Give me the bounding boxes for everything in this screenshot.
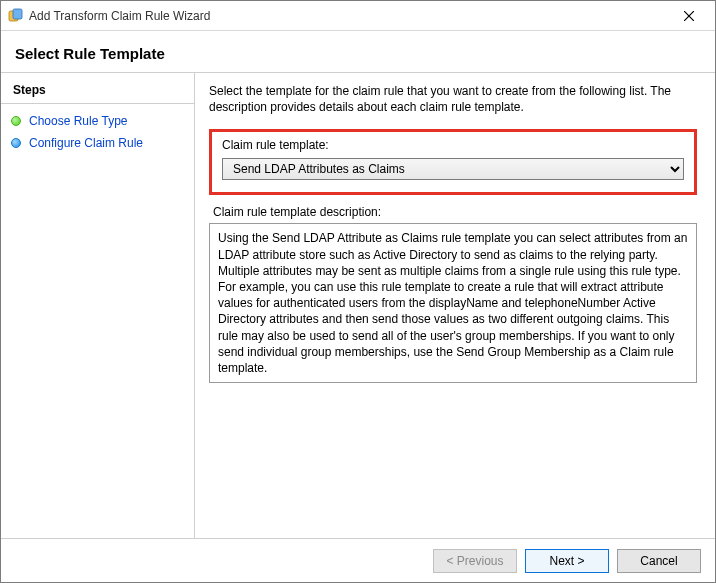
- wizard-window: Add Transform Claim Rule Wizard Select R…: [0, 0, 716, 583]
- previous-button: < Previous: [433, 549, 517, 573]
- template-highlight: Claim rule template: Send LDAP Attribute…: [209, 129, 697, 195]
- step-choose-rule-type[interactable]: Choose Rule Type: [1, 110, 194, 132]
- template-label: Claim rule template:: [222, 138, 684, 152]
- template-description: Using the Send LDAP Attribute as Claims …: [209, 223, 697, 383]
- step-current-icon: [11, 138, 21, 148]
- claim-rule-template-select[interactable]: Send LDAP Attributes as Claims: [222, 158, 684, 180]
- steps-header: Steps: [1, 83, 194, 104]
- page-header: Select Rule Template: [1, 31, 715, 73]
- cancel-button[interactable]: Cancel: [617, 549, 701, 573]
- step-configure-claim-rule[interactable]: Configure Claim Rule: [1, 132, 194, 154]
- steps-list: Choose Rule Type Configure Claim Rule: [1, 104, 194, 160]
- window-title: Add Transform Claim Rule Wizard: [29, 9, 669, 23]
- titlebar: Add Transform Claim Rule Wizard: [1, 1, 715, 31]
- step-label: Choose Rule Type: [29, 114, 128, 128]
- wizard-footer: < Previous Next > Cancel: [1, 538, 715, 582]
- svg-rect-1: [13, 9, 22, 19]
- wizard-body: Steps Choose Rule Type Configure Claim R…: [1, 73, 715, 538]
- step-done-icon: [11, 116, 21, 126]
- intro-text: Select the template for the claim rule t…: [209, 83, 697, 115]
- next-button[interactable]: Next >: [525, 549, 609, 573]
- desc-label: Claim rule template description:: [213, 205, 697, 219]
- step-label: Configure Claim Rule: [29, 136, 143, 150]
- main-panel: Select the template for the claim rule t…: [195, 73, 715, 538]
- template-select-wrap: Send LDAP Attributes as Claims: [222, 158, 684, 180]
- page-title: Select Rule Template: [15, 45, 701, 62]
- steps-sidebar: Steps Choose Rule Type Configure Claim R…: [1, 73, 195, 538]
- app-icon: [7, 8, 23, 24]
- close-button[interactable]: [669, 2, 709, 30]
